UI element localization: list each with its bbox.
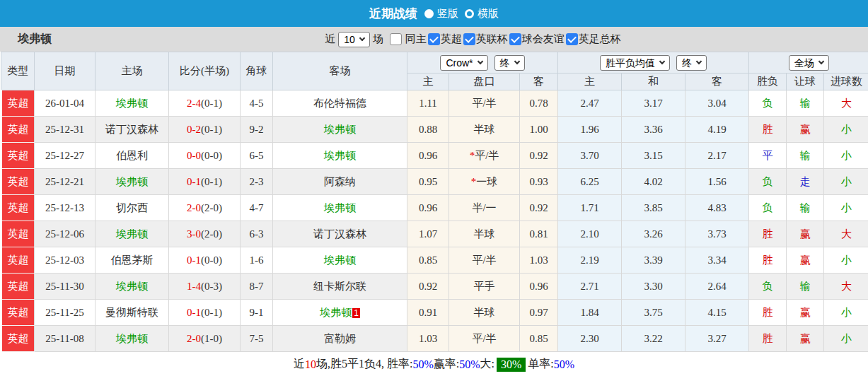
- checkbox-icon[interactable]: [463, 33, 475, 45]
- avg-away-cell: 3.27: [685, 326, 749, 352]
- filter-checkbox-item[interactable]: 球会友谊: [509, 33, 565, 46]
- card-badge: 1: [352, 308, 360, 318]
- checkbox-label[interactable]: 英足总杯: [579, 33, 621, 46]
- table-row: 英超 25-12-03 伯恩茅斯 0-1(0-0) 1-6 埃弗顿 0.85 平…: [1, 247, 868, 274]
- league-type-cell: 英超: [1, 143, 35, 169]
- away-team-cell[interactable]: 布伦特福德: [273, 90, 407, 117]
- filter-checkbox-item[interactable]: 英超: [428, 33, 462, 46]
- league-type-cell: 英超: [1, 117, 35, 143]
- home-team-cell[interactable]: 伯恩利: [96, 143, 169, 169]
- handicap-cell: 半球: [449, 221, 520, 247]
- avg-draw-cell: 3.85: [622, 195, 685, 221]
- corner-cell: 8-7: [241, 274, 273, 300]
- away-team-cell[interactable]: 埃弗顿: [273, 247, 407, 274]
- bookmaker-select[interactable]: Crow*: [440, 55, 487, 71]
- home-team-cell[interactable]: 埃弗顿: [96, 169, 169, 195]
- league-type-cell: 英超: [1, 221, 35, 247]
- table-row: 英超 25-12-06 埃弗顿 3-0(2-0) 6-3 诺丁汉森林 1.07 …: [1, 221, 868, 247]
- avg-away-cell: 3.73: [685, 221, 749, 247]
- table-row: 英超 25-12-31 诺丁汉森林 0-2(0-1) 9-2 埃弗顿 0.88 …: [1, 117, 868, 143]
- league-type-cell: 英超: [1, 300, 35, 326]
- home-team-cell[interactable]: 曼彻斯特联: [96, 300, 169, 326]
- date-cell: 25-12-27: [35, 143, 96, 169]
- corner-cell: 6-3: [241, 221, 273, 247]
- table-row: 英超 25-11-08 埃弗顿 2-0(1-0) 7-5 富勒姆 1.03 平/…: [1, 326, 868, 352]
- checkbox-label[interactable]: 英超: [441, 33, 462, 46]
- chevron-down-icon: [359, 35, 365, 41]
- team-name: 埃弗顿: [18, 32, 52, 47]
- home-team-cell[interactable]: 埃弗顿: [96, 326, 169, 352]
- date-cell: 25-11-08: [35, 326, 96, 352]
- avg-time-select[interactable]: 终: [676, 55, 707, 71]
- away-team-cell[interactable]: 埃弗顿1: [273, 300, 407, 326]
- radio-unselected-icon[interactable]: [465, 9, 474, 18]
- subcol-avg-away: 客: [685, 74, 749, 90]
- score-cell: 2-4(0-1): [169, 90, 241, 117]
- handicap-cell: 半/一: [449, 195, 520, 221]
- checkbox-icon[interactable]: [390, 33, 402, 45]
- avg-odds-select[interactable]: 胜平负均值: [600, 55, 670, 71]
- away-team-cell[interactable]: 埃弗顿: [273, 195, 407, 221]
- checkbox-icon[interactable]: [428, 33, 440, 45]
- footer-segment: 赢率:: [434, 357, 459, 372]
- away-team-cell[interactable]: 富勒姆: [273, 326, 407, 352]
- checkbox-icon[interactable]: [566, 33, 578, 45]
- filter-checkbox-item[interactable]: 英联杯: [463, 33, 508, 46]
- home-team-cell[interactable]: 埃弗顿: [96, 90, 169, 117]
- odds-away-cell: 0.92: [520, 195, 558, 221]
- corner-cell: 1-6: [241, 247, 273, 274]
- away-team-cell[interactable]: 诺丁汉森林: [273, 221, 407, 247]
- layout-radio-horizontal[interactable]: 横版: [465, 7, 499, 20]
- checkbox-label[interactable]: 球会友谊: [522, 33, 565, 46]
- result-cell: 胜: [749, 326, 787, 352]
- radio-selected-icon[interactable]: [424, 9, 434, 18]
- avg-draw-cell: 3.26: [622, 221, 685, 247]
- corner-cell: 4-7: [241, 195, 273, 221]
- away-team-cell[interactable]: 阿森纳: [273, 169, 407, 195]
- away-team-cell[interactable]: 埃弗顿: [273, 117, 407, 143]
- near-label: 近: [325, 33, 335, 46]
- avg-home-cell: 3.70: [558, 143, 622, 169]
- chevron-down-icon: [818, 59, 824, 64]
- avg-home-cell: 1.84: [558, 300, 622, 326]
- footer-segment: 单率:: [528, 357, 553, 372]
- checkbox-icon[interactable]: [509, 33, 521, 45]
- checkbox-label[interactable]: 英联杯: [476, 33, 508, 46]
- home-team-cell[interactable]: 埃弗顿: [96, 221, 169, 247]
- col-header-corner: 角球: [241, 52, 273, 90]
- goals-cell: 大: [824, 221, 868, 247]
- odds-time-select[interactable]: 终: [494, 55, 525, 71]
- date-cell: 25-12-13: [35, 195, 96, 221]
- filter-checkbox-item[interactable]: 同主: [390, 33, 427, 46]
- avg-draw-cell: 3.17: [622, 90, 685, 117]
- avg-away-cell: 2.17: [685, 143, 749, 169]
- col-header-away: 客场: [273, 52, 407, 90]
- summary-footer: 近10场,胜5平1负4, 胜率:50% 赢率:50% 大:30% 单率:50%: [0, 352, 868, 376]
- goals-cell: 小: [824, 247, 868, 274]
- filter-checkbox-item[interactable]: 英足总杯: [566, 33, 621, 46]
- home-team-cell[interactable]: 切尔西: [96, 195, 169, 221]
- avg-draw-cell: 3.39: [622, 247, 685, 274]
- result-cell: 负: [749, 274, 787, 300]
- period-select[interactable]: 全场: [789, 55, 829, 71]
- radio-label-horizontal[interactable]: 横版: [478, 7, 499, 20]
- filter-controls: 近 10 场 同主 英超 英联杯 球会友谊 英足总杯: [325, 32, 621, 47]
- subcol-odds-away: 客: [520, 74, 558, 90]
- home-team-cell[interactable]: 埃弗顿: [96, 274, 169, 300]
- match-count-select[interactable]: 10: [338, 32, 370, 47]
- home-team-cell[interactable]: 伯恩茅斯: [96, 247, 169, 274]
- odds-away-cell: 0.92: [520, 143, 558, 169]
- avg-home-cell: 2.47: [558, 90, 622, 117]
- corner-cell: 9-1: [241, 300, 273, 326]
- goals-cell: 小: [824, 195, 868, 221]
- goals-cell: 小: [824, 300, 868, 326]
- layout-radio-vertical[interactable]: 竖版: [424, 7, 458, 20]
- away-team-cell[interactable]: 纽卡斯尔联: [273, 274, 407, 300]
- handicap-result-cell: 输: [787, 274, 824, 300]
- date-cell: 25-11-25: [35, 300, 96, 326]
- away-team-cell[interactable]: 埃弗顿: [273, 143, 407, 169]
- handicap-result-cell: 赢: [787, 247, 824, 274]
- home-team-cell[interactable]: 诺丁汉森林: [96, 117, 169, 143]
- radio-label-vertical[interactable]: 竖版: [437, 7, 458, 20]
- checkbox-label[interactable]: 同主: [405, 33, 427, 46]
